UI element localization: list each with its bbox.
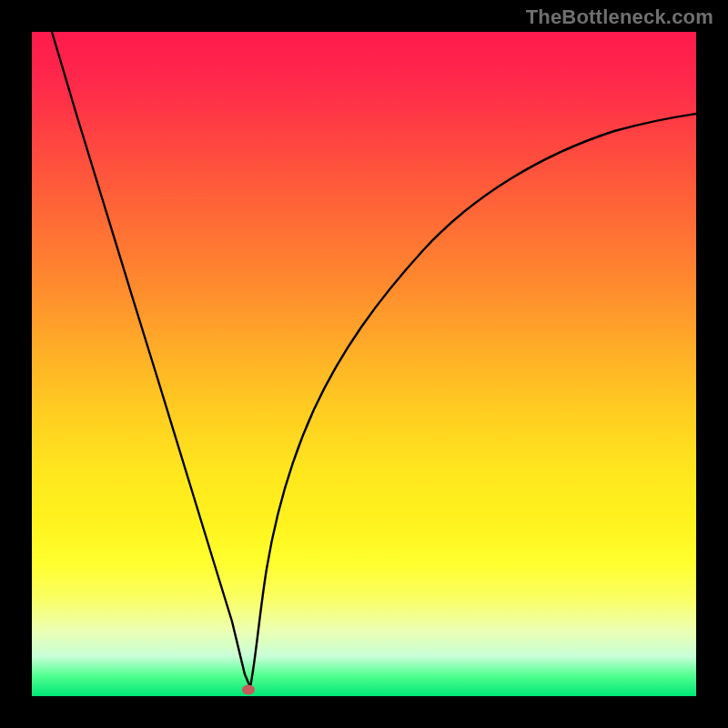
chart-frame: TheBottleneck.com <box>0 0 728 728</box>
plot-area <box>32 32 696 696</box>
curve-left-branch <box>52 32 250 687</box>
minimum-marker <box>242 685 255 695</box>
curve-right-branch <box>250 114 696 687</box>
bottleneck-curve <box>32 32 696 696</box>
watermark-text: TheBottleneck.com <box>526 5 713 29</box>
